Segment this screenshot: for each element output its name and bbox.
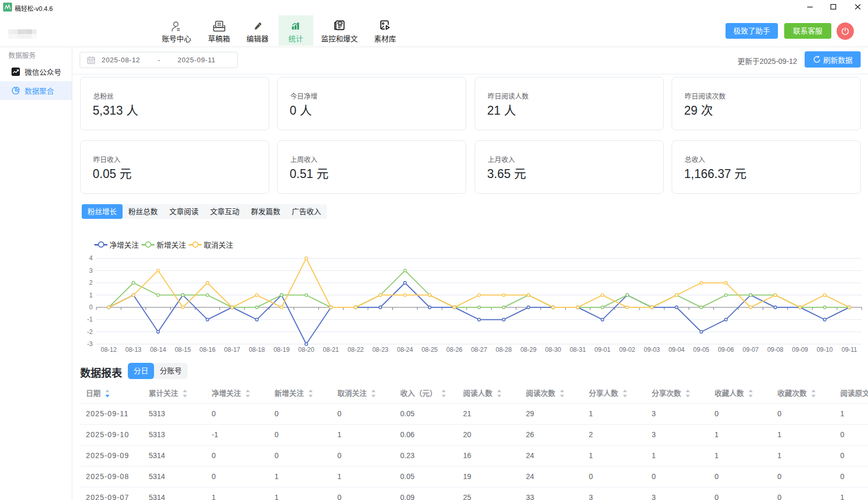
svg-text:08-28: 08-28 <box>496 346 512 353</box>
svg-text:08-24: 08-24 <box>397 346 413 353</box>
svg-text:08-21: 08-21 <box>323 346 339 353</box>
svg-text:08-23: 08-23 <box>372 346 389 353</box>
svg-text:08-13: 08-13 <box>125 346 141 353</box>
svg-text:09-09: 09-09 <box>792 346 808 353</box>
svg-text:09-06: 09-06 <box>718 346 734 353</box>
svg-text:3: 3 <box>89 267 93 274</box>
svg-text:08-12: 08-12 <box>101 346 117 353</box>
svg-text:08-22: 08-22 <box>348 346 364 353</box>
svg-text:-2: -2 <box>87 328 93 336</box>
svg-text:2: 2 <box>89 279 93 286</box>
svg-text:08-25: 08-25 <box>422 346 438 353</box>
svg-text:09-08: 09-08 <box>767 346 784 353</box>
svg-text:08-26: 08-26 <box>446 346 463 353</box>
svg-text:08-18: 08-18 <box>249 346 265 353</box>
svg-text:09-03: 09-03 <box>644 346 660 353</box>
svg-text:0: 0 <box>89 304 93 311</box>
svg-text:09-05: 09-05 <box>693 346 709 353</box>
svg-text:09-02: 09-02 <box>619 346 635 353</box>
svg-text:09-04: 09-04 <box>668 346 685 353</box>
svg-text:08-20: 08-20 <box>298 346 314 353</box>
svg-text:08-17: 08-17 <box>224 346 240 353</box>
svg-text:09-11: 09-11 <box>841 346 857 353</box>
svg-text:08-14: 08-14 <box>150 346 166 353</box>
svg-text:08-15: 08-15 <box>175 346 191 353</box>
svg-text:08-29: 08-29 <box>520 346 536 353</box>
svg-text:08-19: 08-19 <box>273 346 290 353</box>
svg-text:08-27: 08-27 <box>471 346 487 353</box>
svg-text:1: 1 <box>89 292 93 299</box>
svg-text:09-07: 09-07 <box>743 346 759 353</box>
svg-text:08-30: 08-30 <box>545 346 562 353</box>
svg-text:-3: -3 <box>87 340 93 348</box>
svg-text:-1: -1 <box>87 316 93 323</box>
svg-text:08-16: 08-16 <box>200 346 216 353</box>
svg-text:08-31: 08-31 <box>570 346 586 353</box>
svg-text:09-01: 09-01 <box>595 346 611 353</box>
svg-text:4: 4 <box>89 254 93 262</box>
svg-text:09-10: 09-10 <box>817 346 833 353</box>
